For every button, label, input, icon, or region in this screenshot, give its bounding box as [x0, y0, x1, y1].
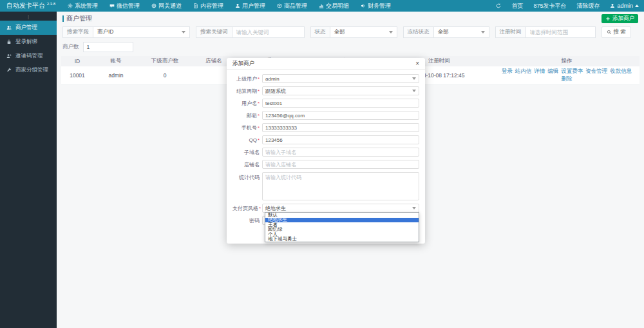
sidebar-item-label: 邀请码管理: [15, 52, 43, 60]
option-memory-green[interactable]: 回忆绿: [265, 227, 419, 233]
phone-input[interactable]: [262, 123, 419, 132]
status-select[interactable]: 全部: [330, 26, 397, 38]
field-email: 邮箱*: [232, 111, 419, 120]
caret-down-icon: [182, 31, 185, 34]
sidebar-item-merchants[interactable]: 商户管理: [0, 21, 57, 35]
close-icon[interactable]: ×: [415, 61, 419, 67]
field-pay-style: 支付页风格* 绝地求生 默认 绝地求生 王者 回忆绿 个人 地下城与勇士: [232, 204, 419, 213]
modal-header: 添加商户 ×: [227, 58, 425, 70]
field-label: 店铺名: [232, 161, 262, 168]
status-value: 全部: [334, 28, 345, 36]
menu-user[interactable]: 用户管理: [229, 0, 271, 12]
parent-user-select[interactable]: admin: [262, 74, 419, 83]
settle-cycle-select[interactable]: 跟随系统: [262, 86, 419, 95]
app-brand[interactable]: 自动发卡平台 2.3.8: [0, 1, 62, 10]
action-funds-link[interactable]: 资金管理: [585, 68, 607, 74]
filter-search-field: 搜索字段 商户ID: [62, 26, 190, 38]
action-delete-link[interactable]: 删除: [562, 75, 573, 82]
refresh-button[interactable]: [491, 0, 506, 12]
box-icon: [277, 3, 282, 8]
freeze-status-value: 全部: [438, 28, 449, 36]
email-input[interactable]: [262, 111, 419, 120]
sidebar-item-login-unbind[interactable]: 登录解绑: [0, 35, 57, 49]
field-subdomain: 子域名: [232, 148, 419, 157]
subdomain-input[interactable]: [262, 148, 419, 157]
required-mark: *: [258, 88, 260, 94]
option-default[interactable]: 默认: [265, 213, 419, 218]
field-username: 用户名*: [232, 99, 419, 108]
menu-transactions[interactable]: 交易明细: [313, 0, 355, 12]
cell-account: admin: [93, 66, 138, 85]
pay-style-select[interactable]: 绝地求生: [262, 204, 419, 213]
username-input[interactable]: [262, 99, 419, 108]
keyword-label: 搜索关键词: [196, 26, 232, 38]
field-label: 结算周期*: [232, 88, 262, 95]
title-accent-bar: [62, 15, 64, 22]
stats-code-textarea[interactable]: [262, 172, 419, 200]
field-qq: QQ*: [232, 135, 419, 144]
action-login-link[interactable]: 登录: [502, 68, 513, 74]
required-mark: *: [258, 137, 260, 143]
action-set-rate-link[interactable]: 设置费率: [561, 68, 583, 74]
sidebar-toggle[interactable]: |: [0, 12, 57, 21]
gear-icon: [68, 3, 73, 8]
reg-time-input[interactable]: [530, 29, 591, 35]
field-label: 密码: [232, 217, 262, 224]
menu-wechat[interactable]: 微信管理: [104, 0, 146, 12]
sidebar-item-label: 商家分组管理: [15, 66, 48, 74]
menu-system[interactable]: 系统管理: [62, 0, 104, 12]
col-account: 账号: [93, 56, 138, 66]
search-field-select[interactable]: 商户ID: [93, 26, 190, 38]
settle-cycle-value: 跟随系统: [265, 88, 286, 95]
filter-keyword: 搜索关键词: [196, 26, 305, 38]
page-title-text: 商户管理: [66, 14, 92, 23]
keyword-input[interactable]: [236, 29, 300, 35]
reg-time-input-wrap: [526, 26, 596, 38]
cell-id: 10001: [61, 66, 93, 85]
freeze-status-select[interactable]: 全部: [434, 26, 489, 38]
home-label: 首页: [511, 2, 523, 10]
sidebar-item-merchant-groups[interactable]: 商家分组管理: [0, 63, 57, 77]
user-icon: [235, 3, 240, 8]
search-button[interactable]: 搜 索: [601, 26, 631, 38]
qq-input[interactable]: [262, 135, 419, 144]
pay-style-dropdown: 默认 绝地求生 王者 回忆绿 个人 地下城与勇士: [265, 212, 419, 242]
menu-label: 系统管理: [75, 2, 98, 10]
shop-name-input[interactable]: [262, 160, 419, 169]
menu-label: 交易明细: [326, 2, 349, 10]
field-settle-cycle: 结算周期* 跟随系统: [232, 86, 419, 95]
sidebar-item-label: 登录解绑: [15, 38, 37, 46]
menu-goods[interactable]: 商品管理: [271, 0, 313, 12]
nav-clear-cache-link[interactable]: 清除缓存: [571, 0, 605, 12]
action-message-link[interactable]: 站内信: [515, 68, 532, 74]
menu-gateway[interactable]: 网关通道: [146, 0, 187, 12]
add-merchant-label: 添加商户: [612, 15, 634, 23]
action-edit-link[interactable]: 编辑: [547, 68, 558, 74]
nav-user-dropdown[interactable]: admin: [605, 0, 644, 12]
action-payee-info-link[interactable]: 收款信息: [610, 68, 632, 74]
nav-site-link[interactable]: 875发卡平台: [528, 0, 571, 12]
top-navbar: 自动发卡平台 2.3.8 系统管理 微信管理 网关通道 内容管理 用户管理 商品…: [0, 0, 644, 12]
main-menu: 系统管理 微信管理 网关通道 内容管理 用户管理 商品管理 交易明细 财务管理: [62, 0, 397, 12]
user-icon: [610, 3, 615, 8]
field-label: QQ*: [232, 137, 262, 143]
nav-home-link[interactable]: 首页: [506, 0, 528, 12]
add-merchant-button[interactable]: 添加商户: [601, 14, 638, 23]
user-plus-icon: [6, 53, 12, 59]
menu-content[interactable]: 内容管理: [187, 0, 229, 12]
menu-label: 财务管理: [368, 2, 391, 10]
filter-reg-time: 注册时间: [495, 26, 596, 38]
col-sub-count: 下级商户数: [138, 56, 191, 66]
required-mark: *: [258, 101, 260, 106]
sidebar-item-invite-codes[interactable]: 邀请码管理: [0, 49, 57, 63]
option-dnf[interactable]: 地下城与勇士: [265, 237, 419, 242]
required-mark: *: [258, 113, 260, 119]
filter-bar: 搜索字段 商户ID 搜索关键词 状态 全部 冻结状态 全部: [57, 26, 644, 39]
merchant-count-value: 1: [83, 42, 133, 52]
option-pubg[interactable]: 绝地求生: [265, 218, 419, 223]
menu-finance[interactable]: 财务管理: [355, 0, 397, 12]
search-field-value: 商户ID: [97, 28, 114, 36]
option-king[interactable]: 王者: [265, 222, 419, 227]
reg-time-label: 注册时间: [495, 26, 526, 38]
action-detail-link[interactable]: 详情: [534, 68, 545, 74]
